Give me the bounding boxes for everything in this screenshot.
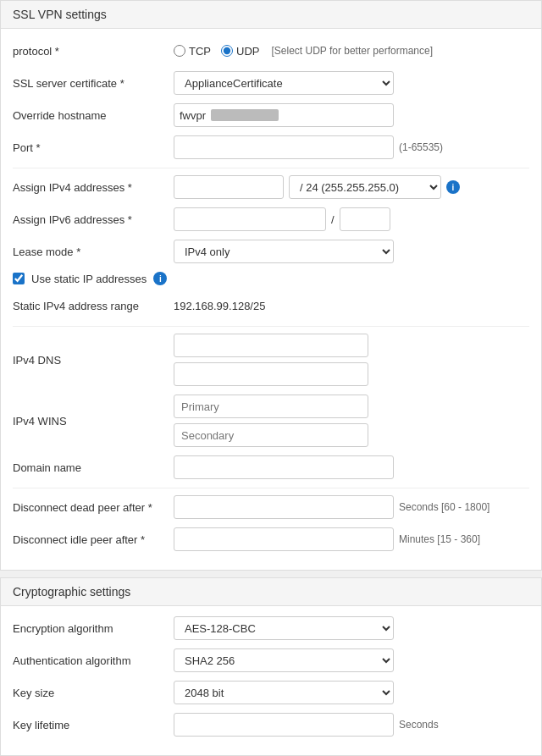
port-controls: 9888 (1-65535) xyxy=(174,135,529,159)
assign-ipv6-prefix-input[interactable]: 64 xyxy=(340,207,390,231)
key-size-select[interactable]: 2048 bit 1024 bit 4096 bit xyxy=(174,681,394,704)
udp-radio-item[interactable]: UDP xyxy=(221,45,259,58)
use-static-ip-row: Use static IP addresses i xyxy=(13,272,529,285)
cryptographic-settings-section: Cryptographic settings Encryption algori… xyxy=(0,577,542,756)
assign-ipv4-network-input[interactable]: 192.168.99.0 xyxy=(174,175,284,199)
static-ipv4-range-label: Static IPv4 address range xyxy=(13,300,174,312)
disconnect-dead-peer-hint: Seconds [60 - 1800] xyxy=(399,501,489,513)
key-lifetime-row: Key lifetime 28800 Seconds xyxy=(13,713,529,737)
divider-1 xyxy=(13,168,529,168)
port-label: Port * xyxy=(13,141,174,154)
ipv4-wins-controls xyxy=(174,395,529,447)
protocol-radio-group: TCP UDP xyxy=(174,45,259,58)
disconnect-idle-peer-input[interactable]: 180 xyxy=(174,527,394,551)
static-ipv4-range-controls: 192.168.99.128/25 xyxy=(174,300,529,312)
ipv4-dns-primary-input[interactable]: 192.168.88.2 xyxy=(174,334,368,357)
authentication-algorithm-select[interactable]: SHA2 256 SHA1 MD5 xyxy=(174,648,394,672)
ipv4-wins-secondary-input[interactable] xyxy=(174,423,368,447)
ssl-cert-label: SSL server certificate * xyxy=(13,77,174,90)
assign-ipv6-network-input[interactable]: 2001:db8::1:0 xyxy=(174,207,326,231)
ipv4-dns-controls: 192.168.88.2 192.168.88.1 xyxy=(174,334,529,386)
disconnect-idle-peer-label: Disconnect idle peer after * xyxy=(13,533,174,546)
ipv4-dns-secondary-input[interactable]: 192.168.88.1 xyxy=(174,362,368,386)
key-lifetime-hint: Seconds xyxy=(399,719,439,731)
port-hint: (1-65535) xyxy=(399,141,443,153)
encryption-algorithm-label: Encryption algorithm xyxy=(13,622,174,635)
ssl-cert-select[interactable]: ApplianceCertificate xyxy=(174,71,394,95)
protocol-controls: TCP UDP [Select UDP for better performan… xyxy=(174,45,529,58)
ipv4-dns-label: IPv4 DNS xyxy=(13,354,174,367)
cryptographic-settings-header: Cryptographic settings xyxy=(1,578,541,606)
hostname-blurred xyxy=(211,109,279,121)
override-hostname-controls: fwvpr xyxy=(174,103,529,127)
lease-mode-row: Lease mode * IPv4 only IPv6 only Both xyxy=(13,240,529,263)
assign-ipv4-subnet-select[interactable]: / 24 (255.255.255.0) xyxy=(289,175,441,199)
static-ipv4-range-value: 192.168.99.128/25 xyxy=(174,300,265,312)
lease-mode-select[interactable]: IPv4 only IPv6 only Both xyxy=(174,240,394,263)
ipv4-wins-primary-input[interactable] xyxy=(174,395,368,418)
use-static-ip-info-icon[interactable]: i xyxy=(153,272,167,285)
port-input[interactable]: 9888 xyxy=(174,135,394,159)
ssl-vpn-settings-section: SSL VPN settings protocol * TCP UDP [Sel… xyxy=(0,0,542,571)
udp-radio[interactable] xyxy=(221,45,233,57)
ipv4-dns-row: IPv4 DNS 192.168.88.2 192.168.88.1 xyxy=(13,334,529,386)
key-lifetime-label: Key lifetime xyxy=(13,719,174,731)
tcp-radio-item[interactable]: TCP xyxy=(174,45,211,58)
assign-ipv4-info-icon[interactable]: i xyxy=(446,180,460,194)
udp-label: UDP xyxy=(236,45,259,58)
override-hostname-row: Override hostname fwvpr xyxy=(13,103,529,127)
static-ipv4-range-row: Static IPv4 address range 192.168.99.128… xyxy=(13,294,529,317)
protocol-hint: [Select UDP for better performance] xyxy=(271,45,433,57)
ssl-vpn-settings-body: protocol * TCP UDP [Select UDP for bette… xyxy=(1,29,541,570)
divider-2 xyxy=(13,326,529,327)
ssl-vpn-settings-title: SSL VPN settings xyxy=(13,8,107,21)
protocol-row: protocol * TCP UDP [Select UDP for bette… xyxy=(13,39,529,63)
hostname-input-wrapper: fwvpr xyxy=(174,103,394,127)
key-size-row: Key size 2048 bit 1024 bit 4096 bit xyxy=(13,681,529,704)
assign-ipv4-controls: 192.168.99.0 / 24 (255.255.255.0) i xyxy=(174,175,529,199)
disconnect-dead-peer-row: Disconnect dead peer after * 180 Seconds… xyxy=(13,495,529,519)
ipv4-wins-label: IPv4 WINS xyxy=(13,415,174,428)
authentication-algorithm-row: Authentication algorithm SHA2 256 SHA1 M… xyxy=(13,648,529,672)
assign-ipv6-controls: 2001:db8::1:0 / 64 xyxy=(174,207,529,231)
disconnect-dead-peer-input[interactable]: 180 xyxy=(174,495,394,519)
encryption-algorithm-row: Encryption algorithm AES-128-CBC AES-256… xyxy=(13,616,529,640)
key-size-label: Key size xyxy=(13,687,174,699)
disconnect-idle-peer-hint: Minutes [15 - 360] xyxy=(399,533,480,545)
divider-3 xyxy=(13,488,529,488)
encryption-algorithm-controls: AES-128-CBC AES-256-CBC 3DES xyxy=(174,616,529,640)
key-lifetime-input[interactable]: 28800 xyxy=(174,713,394,737)
disconnect-idle-peer-controls: 180 Minutes [15 - 360] xyxy=(174,527,529,551)
assign-ipv6-label: Assign IPv6 addresses * xyxy=(13,213,174,226)
protocol-label: protocol * xyxy=(13,45,174,58)
override-hostname-label: Override hostname xyxy=(13,109,174,122)
port-row: Port * 9888 (1-65535) xyxy=(13,135,529,159)
authentication-algorithm-label: Authentication algorithm xyxy=(13,654,174,667)
domain-name-row: Domain name xyxy=(13,455,529,479)
assign-ipv4-label: Assign IPv4 addresses * xyxy=(13,181,174,194)
key-size-controls: 2048 bit 1024 bit 4096 bit xyxy=(174,681,529,704)
lease-mode-label: Lease mode * xyxy=(13,246,174,258)
domain-name-input[interactable] xyxy=(174,455,394,479)
disconnect-dead-peer-controls: 180 Seconds [60 - 1800] xyxy=(174,495,529,519)
domain-name-label: Domain name xyxy=(13,461,174,474)
ssl-vpn-settings-header: SSL VPN settings xyxy=(1,1,541,29)
disconnect-idle-peer-row: Disconnect idle peer after * 180 Minutes… xyxy=(13,527,529,551)
use-static-ip-label: Use static IP addresses xyxy=(31,273,147,285)
disconnect-dead-peer-label: Disconnect dead peer after * xyxy=(13,501,174,514)
ipv6-slash: / xyxy=(331,213,335,226)
tcp-label: TCP xyxy=(189,45,211,58)
ssl-cert-row: SSL server certificate * ApplianceCertif… xyxy=(13,71,529,95)
tcp-radio[interactable] xyxy=(174,45,185,57)
domain-name-controls xyxy=(174,455,529,479)
encryption-algorithm-select[interactable]: AES-128-CBC AES-256-CBC 3DES xyxy=(174,616,394,640)
assign-ipv6-row: Assign IPv6 addresses * 2001:db8::1:0 / … xyxy=(13,207,529,231)
ipv4-wins-row: IPv4 WINS xyxy=(13,395,529,447)
authentication-algorithm-controls: SHA2 256 SHA1 MD5 xyxy=(174,648,529,672)
lease-mode-controls: IPv4 only IPv6 only Both xyxy=(174,240,529,263)
cryptographic-settings-title: Cryptographic settings xyxy=(13,585,130,599)
ssl-cert-controls: ApplianceCertificate xyxy=(174,71,529,95)
assign-ipv4-row: Assign IPv4 addresses * 192.168.99.0 / 2… xyxy=(13,175,529,199)
use-static-ip-checkbox[interactable] xyxy=(13,273,25,284)
cryptographic-settings-body: Encryption algorithm AES-128-CBC AES-256… xyxy=(1,606,541,755)
